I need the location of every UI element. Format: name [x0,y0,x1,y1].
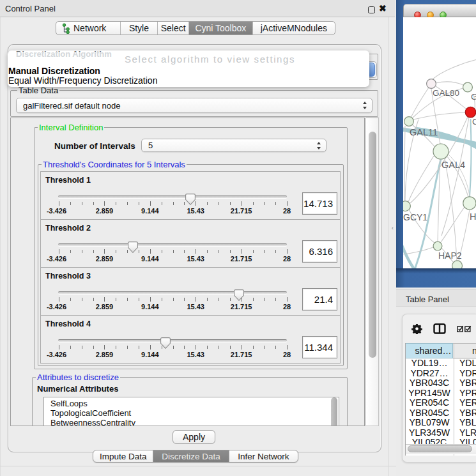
svg-text:GAL4: GAL4 [441,160,465,170]
svg-text:H: H [470,211,476,222]
svg-text:HAP2: HAP2 [438,250,462,261]
svg-text:GAL11: GAL11 [410,127,438,137]
svg-text:C: C [472,117,476,127]
svg-text:GAL80: GAL80 [433,88,459,98]
svg-text:GA: GA [471,92,476,102]
svg-text:GCY1: GCY1 [403,212,427,222]
